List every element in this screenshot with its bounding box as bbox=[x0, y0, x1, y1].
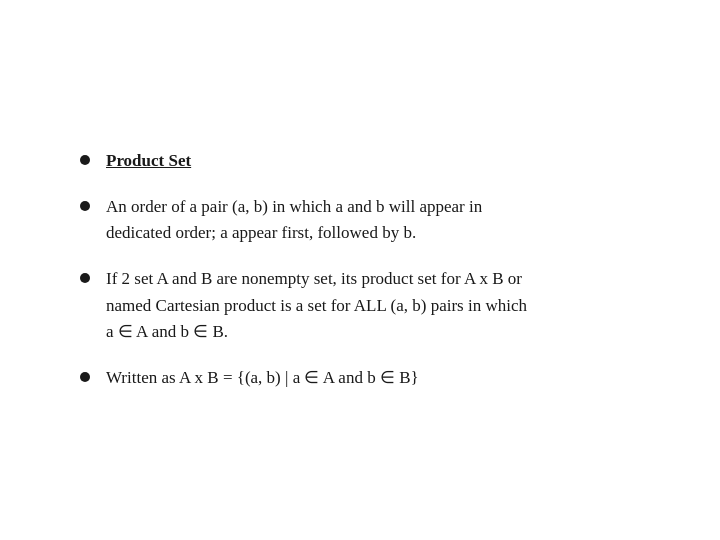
text-line: An order of a pair (a, b) in which a and… bbox=[106, 194, 640, 220]
bullet-dot bbox=[80, 273, 90, 283]
bullet-list: Product Set An order of a pair (a, b) in… bbox=[80, 148, 640, 392]
list-item: Written as A x B = {(a, b) | a ∈ A and b… bbox=[80, 365, 640, 391]
bullet-text: An order of a pair (a, b) in which a and… bbox=[106, 194, 640, 247]
list-item: If 2 set A and B are nonempty set, its p… bbox=[80, 266, 640, 345]
text-line: named Cartesian product is a set for ALL… bbox=[106, 293, 640, 319]
bullet-title: Product Set bbox=[106, 151, 191, 170]
list-item: Product Set bbox=[80, 148, 640, 174]
text-line: dedicated order; a appear first, followe… bbox=[106, 220, 640, 246]
slide-container: Product Set An order of a pair (a, b) in… bbox=[0, 0, 720, 540]
bullet-dot bbox=[80, 201, 90, 211]
bullet-dot bbox=[80, 372, 90, 382]
bullet-content: Product Set bbox=[106, 148, 640, 174]
bullet-content: If 2 set A and B are nonempty set, its p… bbox=[106, 266, 640, 345]
text-line: a ∈ A and b ∈ B. bbox=[106, 319, 640, 345]
bullet-content: Written as A x B = {(a, b) | a ∈ A and b… bbox=[106, 365, 640, 391]
bullet-content: An order of a pair (a, b) in which a and… bbox=[106, 194, 640, 247]
bullet-dot bbox=[80, 155, 90, 165]
bullet-text: If 2 set A and B are nonempty set, its p… bbox=[106, 266, 640, 345]
list-item: An order of a pair (a, b) in which a and… bbox=[80, 194, 640, 247]
bullet-text: Written as A x B = {(a, b) | a ∈ A and b… bbox=[106, 368, 419, 387]
text-line: If 2 set A and B are nonempty set, its p… bbox=[106, 266, 640, 292]
